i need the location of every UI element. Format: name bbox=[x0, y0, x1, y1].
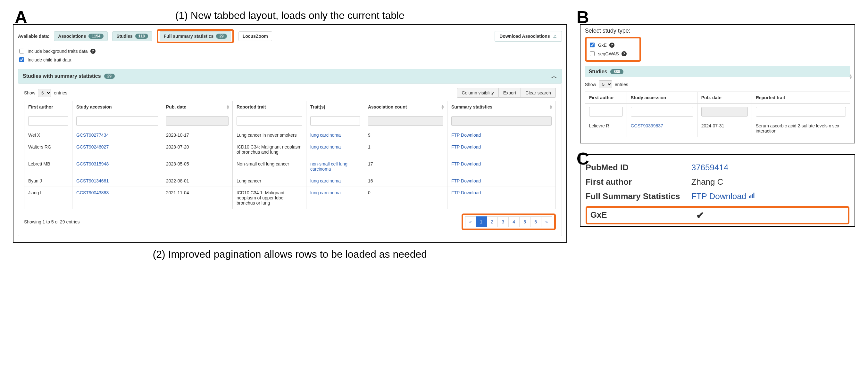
sort-icon: ▲▼ bbox=[849, 74, 852, 79]
download-associations-label: Download Associations bbox=[499, 34, 550, 39]
filter-reported-trait[interactable] bbox=[756, 107, 846, 116]
cell-author: Walters RG bbox=[24, 141, 72, 158]
trait-link[interactable]: lung carcinoma bbox=[310, 178, 341, 183]
export-button[interactable]: Export bbox=[499, 88, 521, 98]
first-author-label: First author bbox=[586, 177, 691, 187]
highlight-gxe-row: GxE ✔ bbox=[586, 206, 849, 225]
pager-page[interactable]: 4 bbox=[509, 216, 520, 227]
cell-count: 1 bbox=[364, 141, 447, 158]
col-association-count[interactable]: Association count▲▼ bbox=[364, 101, 447, 113]
cell-reported: Lung cancer in never smokers bbox=[233, 129, 306, 141]
filter-study-accession[interactable] bbox=[631, 107, 693, 116]
entries-select[interactable]: 5 bbox=[599, 80, 612, 88]
pager-page[interactable]: 1 bbox=[476, 216, 487, 227]
filter-reported-trait[interactable] bbox=[237, 116, 302, 126]
cell-date: 2023-10-17 bbox=[162, 129, 233, 141]
ftp-download-link[interactable]: FTP Download bbox=[451, 161, 481, 167]
study-accession-link[interactable]: GCST90043863 bbox=[76, 190, 108, 195]
col-pub-date[interactable]: Pub. date▲▼ bbox=[162, 101, 233, 113]
tab-associations-label: Associations bbox=[58, 34, 86, 39]
tab-studies-label: Studies bbox=[116, 34, 133, 39]
cell-date: 2023-07-20 bbox=[162, 141, 233, 158]
col-first-author[interactable]: First author bbox=[24, 101, 72, 113]
col-study-accession[interactable]: Study accession bbox=[627, 92, 697, 104]
cell-reported: ICD10 C34: Malignant neoplasm of bronchu… bbox=[233, 141, 306, 158]
col-reported-trait[interactable]: Reported trait bbox=[752, 92, 850, 104]
studies-section-title: Studies bbox=[589, 69, 608, 75]
tab-studies[interactable]: Studies 118 bbox=[112, 31, 152, 41]
filter-traits[interactable] bbox=[310, 116, 360, 126]
pager-prev[interactable]: « bbox=[465, 216, 476, 227]
entries-select[interactable]: 5 bbox=[38, 89, 51, 97]
cell-count: 16 bbox=[364, 175, 447, 187]
study-accession-link[interactable]: GCST90277434 bbox=[76, 133, 108, 138]
col-study-accession[interactable]: Study accession bbox=[72, 101, 162, 113]
study-accession-link[interactable]: GCST90399837 bbox=[631, 123, 663, 128]
help-icon[interactable]: ? bbox=[609, 42, 615, 48]
trait-link[interactable]: non-small cell lung carcinoma bbox=[310, 161, 347, 172]
pager-page[interactable]: 2 bbox=[487, 216, 498, 227]
ftp-download-link[interactable]: FTP Download bbox=[451, 190, 481, 195]
help-icon[interactable]: ? bbox=[90, 49, 95, 54]
section-header-studies-summary[interactable]: Studies with summary statistics 29 ︿ bbox=[18, 69, 562, 83]
filter-study-accession[interactable] bbox=[76, 116, 158, 126]
ftp-download-link[interactable]: FTP Download bbox=[451, 144, 481, 149]
table-row: Byun J GCST90134661 2022-08-01 Lung canc… bbox=[24, 175, 556, 187]
trait-link[interactable]: lung carcinoma bbox=[310, 190, 341, 195]
pager-next[interactable]: » bbox=[541, 216, 552, 227]
pager-page[interactable]: 5 bbox=[520, 216, 530, 227]
gxe-label: GxE bbox=[590, 210, 696, 220]
pubmed-id-link[interactable]: 37659414 bbox=[691, 163, 728, 172]
pubmed-id-label: PubMed ID bbox=[586, 163, 691, 173]
download-associations-button[interactable]: Download Associations bbox=[495, 31, 562, 42]
col-summary-statistics[interactable]: Summary statistics▲▼ bbox=[447, 101, 556, 113]
studies-section-count-badge: 880 bbox=[610, 69, 623, 74]
bars-icon bbox=[748, 192, 755, 201]
study-accession-link[interactable]: GCST90246027 bbox=[76, 144, 108, 149]
ftp-download-link[interactable]: FTP Download bbox=[691, 192, 746, 201]
cell-author: Wei X bbox=[24, 129, 72, 141]
cell-reported: ICD10 C34.1: Malignant neoplasm of upper… bbox=[233, 187, 306, 209]
col-first-author[interactable]: First author bbox=[585, 92, 627, 104]
panel-label-c: C bbox=[577, 150, 589, 167]
col-pub-date[interactable]: Pub. date▲▼ bbox=[697, 92, 752, 104]
cell-reported: Lung cancer bbox=[233, 175, 306, 187]
include-background-checkbox[interactable] bbox=[19, 49, 24, 54]
tab-associations[interactable]: Associations 1154 bbox=[54, 31, 108, 41]
filter-first-author[interactable] bbox=[28, 116, 68, 126]
trait-link[interactable]: lung carcinoma bbox=[310, 144, 341, 149]
highlight-study-type-checks: GxE ? seqGWAS ? bbox=[585, 37, 641, 62]
tab-locuszoom[interactable]: LocusZoom bbox=[239, 31, 272, 41]
filter-pub-date bbox=[701, 107, 748, 116]
cell-date: 2022-08-01 bbox=[162, 175, 233, 187]
table-row: Lebrett MB GCST90315948 2023-05-05 Non-s… bbox=[24, 158, 556, 175]
ftp-download-link[interactable]: FTP Download bbox=[451, 178, 481, 183]
study-accession-link[interactable]: GCST90315948 bbox=[76, 161, 108, 167]
studies-section-header: Studies 880 bbox=[585, 66, 850, 77]
seqgwas-checkbox[interactable] bbox=[590, 51, 595, 56]
sort-icon: ▲▼ bbox=[549, 104, 553, 109]
include-child-checkbox[interactable] bbox=[19, 57, 24, 62]
tab-locuszoom-label: LocusZoom bbox=[243, 34, 268, 39]
associations-count-badge: 1154 bbox=[89, 34, 103, 39]
help-icon[interactable]: ? bbox=[621, 51, 627, 56]
column-visibility-button[interactable]: Column visibility bbox=[457, 88, 498, 98]
filter-first-author[interactable] bbox=[589, 107, 623, 116]
svg-rect-1 bbox=[751, 195, 752, 198]
svg-rect-3 bbox=[753, 193, 754, 198]
ftp-download-link[interactable]: FTP Download bbox=[451, 133, 481, 138]
gxe-checkbox[interactable] bbox=[590, 42, 595, 47]
col-traits[interactable]: Trait(s) bbox=[306, 101, 364, 113]
cell-author: Jiang L bbox=[24, 187, 72, 209]
pager-page[interactable]: 3 bbox=[498, 216, 509, 227]
seqgwas-label: seqGWAS bbox=[598, 51, 619, 56]
tab-full-summary-statistics[interactable]: Full summary statistics 29 bbox=[160, 31, 231, 41]
clear-search-button[interactable]: Clear search bbox=[521, 88, 556, 98]
study-accession-link[interactable]: GCST90134661 bbox=[76, 178, 108, 183]
col-reported-trait[interactable]: Reported trait bbox=[233, 101, 306, 113]
cell-count: 17 bbox=[364, 158, 447, 175]
include-background-label: Include background traits data bbox=[28, 49, 88, 54]
show-label: Show bbox=[24, 90, 35, 95]
pager-page[interactable]: 6 bbox=[530, 216, 541, 227]
trait-link[interactable]: lung carcinoma bbox=[310, 133, 341, 138]
